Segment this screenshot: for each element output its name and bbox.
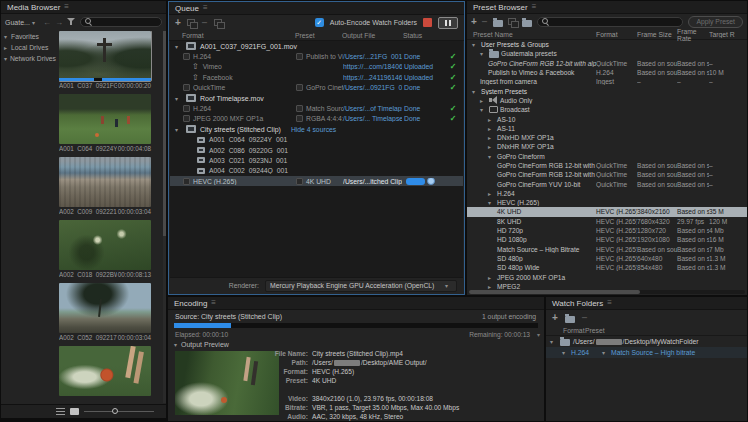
preset-row[interactable]: GoPro CineForm YUV 10-bitQuickTimeBased … bbox=[467, 179, 747, 188]
filter-icon[interactable] bbox=[67, 18, 76, 26]
slider-knob[interactable] bbox=[112, 408, 118, 414]
add-source-button[interactable]: + bbox=[175, 18, 181, 28]
scrollbar[interactable] bbox=[163, 31, 166, 403]
preset-group-row[interactable]: ▾Guatemala presets bbox=[467, 49, 747, 58]
expander-icon[interactable]: ▾ bbox=[175, 126, 182, 133]
clip-item[interactable]: A001_C037_0921FG_...00:00:00:20 bbox=[59, 31, 161, 89]
tree-item-favorites[interactable]: ▾Favorites bbox=[1, 31, 56, 42]
preset-row[interactable]: Match Source – High BitrateHEVC (H.265)B… bbox=[467, 245, 747, 254]
column-format[interactable]: Format bbox=[546, 327, 585, 334]
queue-source-row[interactable]: ▾Roof Timelapse.mov bbox=[170, 93, 463, 103]
tab-queue[interactable]: Queue bbox=[175, 4, 199, 13]
queue-output-row[interactable]: H.264 Match Source – High bitr... /Users… bbox=[170, 103, 463, 113]
remove-button[interactable]: − bbox=[202, 18, 208, 28]
expander-icon[interactable]: ▾ bbox=[472, 88, 479, 95]
output-checkbox[interactable] bbox=[183, 105, 190, 112]
expander-icon[interactable]: ▾ bbox=[480, 50, 487, 57]
delete-preset-button[interactable]: − bbox=[482, 17, 488, 27]
preset-checkbox[interactable] bbox=[296, 53, 303, 60]
add-watch-folder-button[interactable]: + bbox=[552, 313, 558, 323]
tab-encoding[interactable]: Encoding bbox=[174, 299, 207, 308]
column-preset-name[interactable]: Preset Name bbox=[467, 31, 596, 38]
new-preset-button[interactable]: + bbox=[471, 17, 477, 27]
tab-watch-folders[interactable]: Watch Folders bbox=[552, 299, 603, 308]
thumbnail-view-icon[interactable] bbox=[70, 408, 79, 415]
column-target-rate[interactable]: Target R bbox=[709, 31, 747, 38]
watch-folder-output-row[interactable]: ▾H.264 ▾Match Source – High bitrate bbox=[546, 347, 747, 358]
preset-row[interactable]: HD 720pHEVC (H.265)1280x720Based on sour… bbox=[467, 226, 747, 235]
watch-format-dropdown[interactable]: H.264 bbox=[571, 349, 589, 356]
list-view-icon[interactable] bbox=[56, 408, 65, 415]
clip-thumbnail[interactable] bbox=[59, 346, 151, 396]
clip-item[interactable]: A001_C064_09224Y_...00:00:04:08 bbox=[59, 94, 161, 152]
clip-thumbnail[interactable] bbox=[59, 31, 151, 81]
panel-menu-icon[interactable]: ≡ bbox=[203, 4, 208, 12]
queue-encoding-row[interactable]: HEVC (H.265) 4K UHD /Users/...itched Cli… bbox=[170, 176, 463, 186]
expander-icon[interactable]: ▾ bbox=[480, 106, 487, 113]
preset-group-row[interactable]: ▸DNxHR MXF OP1a bbox=[467, 142, 747, 151]
column-preset[interactable]: Preset bbox=[295, 32, 342, 39]
preset-row[interactable]: SD 480p WideHEVC (H.265)854x480Based on … bbox=[467, 263, 747, 272]
preset-group-row[interactable]: ▸H.264 bbox=[467, 189, 747, 198]
column-frame-size[interactable]: Frame Size bbox=[637, 31, 677, 38]
preset-section-row[interactable]: ▾System Presets bbox=[467, 86, 747, 95]
clip-item[interactable] bbox=[59, 346, 161, 396]
expander-icon[interactable]: ▸ bbox=[488, 283, 495, 290]
clip-thumbnail[interactable] bbox=[59, 220, 151, 270]
expander-icon[interactable]: ▸ bbox=[488, 116, 495, 123]
expander-icon[interactable]: ▾ bbox=[488, 199, 495, 206]
output-checkbox[interactable] bbox=[183, 115, 190, 122]
expander-icon[interactable]: ▸ bbox=[488, 190, 495, 197]
hide-sources-link[interactable]: Hide 4 sources bbox=[291, 126, 336, 133]
queue-source-row[interactable]: ▾A001_C037_0921FG_001.mov bbox=[170, 41, 463, 51]
apply-preset-button[interactable]: Apply Preset bbox=[688, 16, 743, 28]
preset-row[interactable]: Ingest from cameraIngest––– bbox=[467, 77, 747, 86]
stitched-source-row[interactable]: A001_C064_09224Y_001 bbox=[170, 135, 463, 145]
panel-menu-icon[interactable]: ≡ bbox=[607, 299, 612, 307]
media-search-input[interactable] bbox=[80, 17, 162, 27]
output-checkbox[interactable] bbox=[183, 84, 190, 91]
import-preset-icon[interactable] bbox=[522, 20, 532, 27]
expander-icon[interactable]: ▾ bbox=[175, 95, 182, 102]
watch-preset-dropdown[interactable]: Match Source – High bitrate bbox=[611, 349, 695, 356]
folder-icon[interactable] bbox=[565, 316, 575, 323]
clip-thumbnail[interactable] bbox=[59, 94, 151, 144]
expander-icon[interactable]: ▾ bbox=[174, 341, 181, 348]
output-checkbox[interactable] bbox=[183, 53, 190, 60]
preset-group-row[interactable]: ▾HEVC (H.265) bbox=[467, 198, 747, 207]
queue-output-row[interactable]: JPEG 2000 MXF OP1a RGBA 4:4:4:4 12-bit (… bbox=[170, 114, 463, 124]
renderer-dropdown[interactable]: Mercury Playback Engine GPU Acceleration… bbox=[265, 280, 457, 292]
output-file-link[interactable]: /Users/... Timelapse_1.mxf bbox=[343, 115, 402, 122]
chevron-down-icon[interactable]: ▾ bbox=[602, 349, 609, 356]
queue-output-row[interactable]: QuickTime GoPro Cineform RGB 12... /User… bbox=[170, 83, 463, 93]
preset-row[interactable]: HD 1080pHEVC (H.265)1920x1080Based on so… bbox=[467, 235, 747, 244]
thumbnail-size-slider[interactable] bbox=[84, 411, 154, 412]
expander-icon[interactable]: ▸ bbox=[488, 274, 495, 281]
preset-row[interactable]: 8K UHDHEVC (H.265)7680x432029.97 fps120 … bbox=[467, 217, 747, 226]
output-url-link[interactable]: https://...com/184066142 bbox=[343, 63, 402, 70]
column-format[interactable]: Format bbox=[169, 32, 295, 39]
queue-output-row[interactable]: ⇧Vimeo https://...com/184066142 Uploaded… bbox=[170, 62, 463, 72]
preset-group-row[interactable]: ▸JPEG 2000 MXF OP1a bbox=[467, 272, 747, 281]
expander-icon[interactable]: ▸ bbox=[488, 134, 495, 141]
output-file-link[interactable]: /Users/...21FG_001_1.mp4 bbox=[343, 53, 402, 60]
back-button[interactable]: ← bbox=[43, 18, 51, 27]
preset-checkbox[interactable] bbox=[296, 115, 303, 122]
clip-thumbnail[interactable] bbox=[59, 283, 151, 333]
preset-row[interactable]: GoPro CineForm RGB 12-bit with alpha...Q… bbox=[467, 170, 747, 179]
preset-search-input[interactable] bbox=[537, 17, 684, 27]
preset-row[interactable]: GoPro CineForm RGB 12-bit with alphaQuic… bbox=[467, 161, 747, 170]
tree-item-local-drives[interactable]: ▸Local Drives bbox=[1, 42, 56, 53]
stitched-source-row[interactable]: A004_C002_09244Q_001 bbox=[170, 166, 463, 176]
output-file-link[interactable]: /Users/...of Timelapse.mp4 bbox=[343, 105, 402, 112]
expander-icon[interactable]: ▾ bbox=[4, 33, 11, 40]
panel-menu-icon[interactable]: ≡ bbox=[64, 3, 69, 11]
forward-button[interactable]: → bbox=[55, 18, 63, 27]
column-status[interactable]: Status bbox=[401, 32, 445, 39]
preset-row[interactable]: Publish to Vimeo & FacebookH.264Based on… bbox=[467, 68, 747, 77]
preset-group-row[interactable]: ▸AS-10 bbox=[467, 114, 747, 123]
queue-output-row[interactable]: H.264 Publish to Vimeo & Face... /Users/… bbox=[170, 51, 463, 61]
output-file-link[interactable]: /Users/...0921FG_001.mov bbox=[343, 84, 402, 91]
clip-thumbnail[interactable] bbox=[59, 157, 151, 207]
chevron-down-icon[interactable]: ▾ bbox=[562, 349, 569, 356]
